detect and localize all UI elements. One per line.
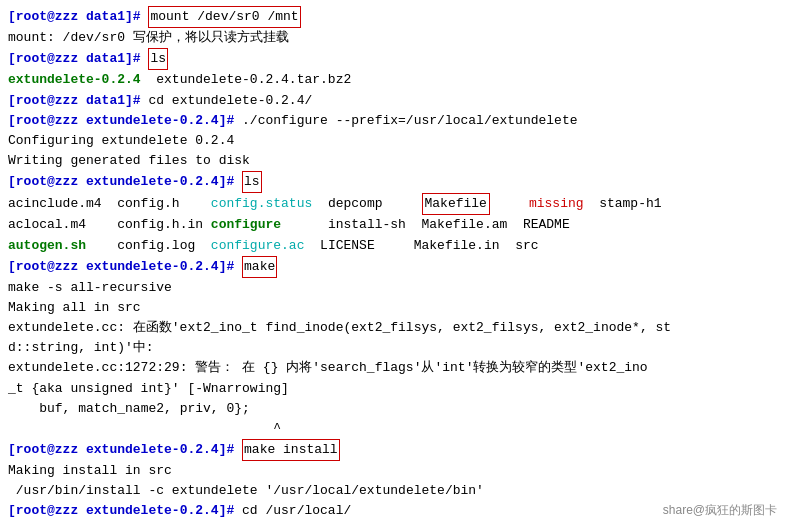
line-part: _t {aka unsigned int}' [-Wnarrowing] xyxy=(8,379,289,399)
terminal-line: extundelete-0.2.4 extundelete-0.2.4.tar.… xyxy=(8,70,777,90)
terminal-line: [root@zzz extundelete-0.2.4]# make xyxy=(8,256,777,278)
terminal-line: /usr/bin/install -c extundelete '/usr/lo… xyxy=(8,481,777,501)
line-part: d::string, int)'中: xyxy=(8,338,154,358)
terminal-line: autogen.sh config.log configure.ac LICEN… xyxy=(8,236,777,256)
terminal-line: [root@zzz extundelete-0.2.4]# cd /usr/lo… xyxy=(8,501,777,521)
terminal-line: Making all in src xyxy=(8,298,777,318)
line-part: /usr/bin/install -c extundelete '/usr/lo… xyxy=(8,481,484,501)
terminal-line: [root@zzz data1]# cd extundelete-0.2.4/ xyxy=(8,91,777,111)
line-part: ls xyxy=(148,48,168,70)
terminal-line: d::string, int)'中: xyxy=(8,338,777,358)
terminal-line: Configuring extundelete 0.2.4 xyxy=(8,131,777,151)
line-part: [root@zzz data1]# xyxy=(8,7,148,27)
line-part: configure xyxy=(211,215,281,235)
line-part: [root@zzz extundelete-0.2.4]# xyxy=(8,257,242,277)
line-part: autogen.sh xyxy=(8,236,86,256)
terminal-line: Writing generated files to disk xyxy=(8,151,777,171)
line-part: make -s all-recursive xyxy=(8,278,172,298)
line-part: Writing generated files to disk xyxy=(8,151,250,171)
line-part: extundelete-0.2.4 xyxy=(8,70,141,90)
line-part: depcomp xyxy=(312,194,421,214)
line-part: extundelete-0.2.4.tar.bz2 xyxy=(156,70,351,90)
line-part: Makefile xyxy=(422,193,490,215)
terminal-line: make -s all-recursive xyxy=(8,278,777,298)
line-part: [root@zzz local]# xyxy=(8,522,148,525)
line-part: extundelete.cc:1272:29: 警告： 在 {} 内将'sear… xyxy=(8,358,648,378)
terminal-line: _t {aka unsigned int}' [-Wnarrowing] xyxy=(8,379,777,399)
line-part: [root@zzz data1]# xyxy=(8,91,148,111)
terminal-content: [root@zzz data1]# mount /dev/sr0 /mntmou… xyxy=(8,6,777,525)
terminal-line: mount: /dev/sr0 写保护，将以只读方式挂载 xyxy=(8,28,777,48)
line-part: cd /usr/local/ xyxy=(242,501,351,521)
terminal-line: extundelete.cc:1272:29: 警告： 在 {} 内将'sear… xyxy=(8,358,777,378)
line-part: Making install in src xyxy=(8,461,172,481)
terminal-line: aclocal.m4 config.h.in configure install… xyxy=(8,215,777,235)
line-part: configure.ac xyxy=(211,236,305,256)
terminal-line: [root@zzz extundelete-0.2.4]# ./configur… xyxy=(8,111,777,131)
line-part: ls xyxy=(242,171,262,193)
terminal-line: Making install in src xyxy=(8,461,777,481)
terminal-window: [root@zzz data1]# mount /dev/sr0 /mntmou… xyxy=(0,0,785,525)
line-part xyxy=(141,70,157,90)
terminal-line: [root@zzz data1]# ls xyxy=(8,48,777,70)
line-part: buf, match_name2, priv, 0}; xyxy=(8,399,250,419)
line-part: cd extundelete-0.2.4/ xyxy=(148,91,312,111)
line-part: acinclude.m4 config.h xyxy=(8,194,211,214)
line-part: mount /dev/sr0 /mnt xyxy=(148,6,300,28)
line-part: [root@zzz extundelete-0.2.4]# xyxy=(8,501,242,521)
line-part: Making all in src xyxy=(8,298,141,318)
line-part: [root@zzz data1]# xyxy=(8,49,148,69)
line-part: ls xyxy=(148,522,164,525)
watermark: share@疯狂的斯图卡 xyxy=(663,502,777,519)
line-part: Configuring extundelete 0.2.4 xyxy=(8,131,234,151)
terminal-line: buf, match_name2, priv, 0}; xyxy=(8,399,777,419)
line-part: stamp-h1 xyxy=(584,194,662,214)
terminal-line: [root@zzz extundelete-0.2.4]# ls xyxy=(8,171,777,193)
line-part: config.log xyxy=(86,236,211,256)
terminal-line: ^ xyxy=(8,419,777,439)
line-part: ^ xyxy=(8,419,281,439)
line-part: [root@zzz extundelete-0.2.4]# xyxy=(8,440,242,460)
line-part: install-sh Makefile.am README xyxy=(281,215,570,235)
terminal-line: [root@zzz data1]# mount /dev/sr0 /mnt xyxy=(8,6,777,28)
line-part: ./configure --prefix=/usr/local/extundel… xyxy=(242,111,577,131)
terminal-line: extundelete.cc: 在函数'ext2_ino_t find_inod… xyxy=(8,318,777,338)
line-part: make install xyxy=(242,439,340,461)
line-part: extundelete.cc: 在函数'ext2_ino_t find_inod… xyxy=(8,318,671,338)
line-part: [root@zzz extundelete-0.2.4]# xyxy=(8,172,242,192)
line-part: config.status xyxy=(211,194,312,214)
line-part: mount: /dev/sr0 写保护，将以只读方式挂载 xyxy=(8,28,289,48)
line-part xyxy=(490,194,529,214)
line-part: make xyxy=(242,256,277,278)
line-part: aclocal.m4 config.h.in xyxy=(8,215,211,235)
line-part: [root@zzz extundelete-0.2.4]# xyxy=(8,111,242,131)
terminal-line: [root@zzz extundelete-0.2.4]# make insta… xyxy=(8,439,777,461)
terminal-line: acinclude.m4 config.h config.status depc… xyxy=(8,193,777,215)
line-part: missing xyxy=(529,194,584,214)
terminal-line: [root@zzz local]# ls xyxy=(8,522,777,525)
line-part: LICENSE Makefile.in src xyxy=(304,236,538,256)
